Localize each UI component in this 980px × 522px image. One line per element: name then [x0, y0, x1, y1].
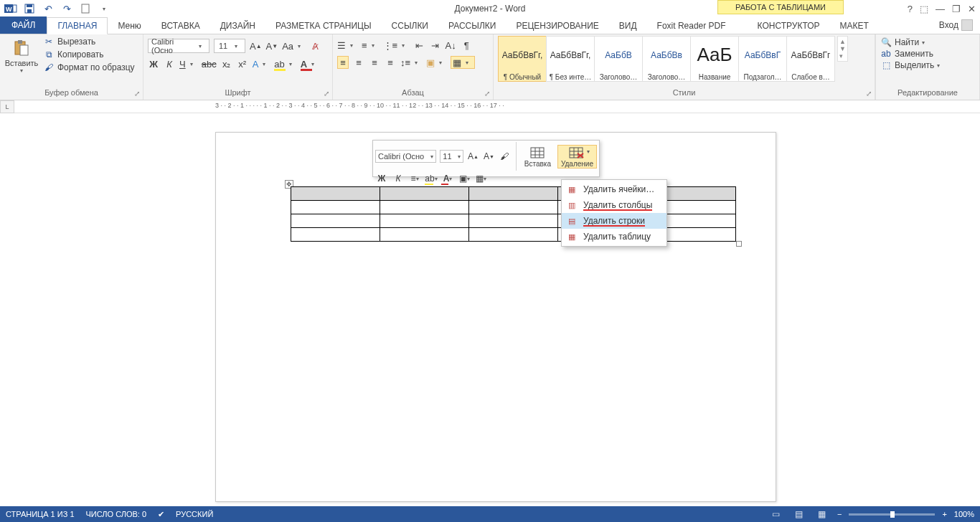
decrease-indent-icon[interactable]: ⇤	[413, 39, 425, 52]
font-size-combo[interactable]: 11▾	[214, 39, 245, 53]
style-item[interactable]: АаБбВвЗаголово…	[642, 36, 691, 82]
tab-references[interactable]: ССЫЛКИ	[382, 18, 438, 34]
zoom-in-icon[interactable]: +	[942, 510, 946, 518]
new-doc-icon[interactable]	[77, 1, 93, 16]
mini-format-painter-icon[interactable]: 🖌	[499, 150, 511, 163]
shading-icon[interactable]: ▣▾	[426, 56, 446, 69]
help-icon[interactable]: ?	[908, 4, 913, 14]
tab-foxit[interactable]: Foxit Reader PDF	[647, 18, 736, 34]
view-web-icon[interactable]: ▦	[814, 508, 830, 520]
sort-icon[interactable]: A↓	[445, 39, 456, 52]
tab-page-layout[interactable]: РАЗМЕТКА СТРАНИЦЫ	[265, 18, 382, 34]
login-button[interactable]: Вход	[935, 16, 977, 34]
view-print-icon[interactable]: ▤	[791, 508, 807, 520]
style-item[interactable]: АаБбВвГгСлабое в…	[786, 36, 835, 82]
bullets-icon[interactable]: ☰▾	[337, 39, 357, 52]
change-case-icon[interactable]: Aa▾	[282, 39, 305, 52]
mini-delete-button[interactable]: ▾ Удаление	[557, 145, 597, 169]
text-effects-icon[interactable]: A▾	[253, 57, 270, 70]
style-item[interactable]: АаБНазвание	[690, 36, 739, 82]
tab-mailings[interactable]: РАССЫЛКИ	[438, 18, 506, 34]
grow-font-icon[interactable]: A▲	[250, 39, 262, 52]
launcher-icon[interactable]: ⤢	[134, 90, 140, 98]
redo-icon[interactable]: ↷	[59, 1, 75, 16]
tab-file[interactable]: ФАЙЛ	[0, 16, 47, 34]
numbering-icon[interactable]: ≡▾	[362, 39, 379, 52]
minimize-icon[interactable]: —	[936, 4, 945, 14]
subscript-icon[interactable]: x₂	[221, 57, 232, 70]
align-center-icon[interactable]: ≡	[353, 56, 364, 69]
vertical-ruler[interactable]	[0, 113, 14, 506]
copy-button[interactable]: ⧉Копировать	[42, 49, 136, 60]
zoom-level[interactable]: 100%	[954, 510, 974, 518]
horizontal-ruler[interactable]: 3 · · 2 · · 1 · · · · · 1 · · 2 · · 3 · …	[14, 100, 980, 113]
gallery-up-icon[interactable]: ▲	[839, 38, 846, 45]
show-marks-icon[interactable]: ¶	[461, 39, 472, 52]
underline-icon[interactable]: Ч▾	[179, 57, 197, 70]
menu-delete-cells[interactable]: ▦ Удалить ячейки…	[562, 181, 666, 197]
style-item[interactable]: АаБбВвГг,¶ Обычный	[498, 36, 547, 82]
mini-highlight-icon[interactable]: ab▾	[425, 172, 438, 185]
select-button[interactable]: ⬚Выделить▾	[880, 60, 940, 70]
view-read-icon[interactable]: ▭	[768, 508, 784, 520]
launcher-icon[interactable]: ⤢	[866, 90, 872, 98]
multilevel-icon[interactable]: ⋮≡▾	[383, 39, 410, 52]
ribbon-display-icon[interactable]: ⬚	[920, 4, 928, 14]
menu-delete-columns[interactable]: ▥ Удалить столбцы	[562, 197, 666, 213]
style-item[interactable]: АаБбВвГг,¶ Без инте…	[546, 36, 595, 82]
increase-indent-icon[interactable]: ⇥	[429, 39, 440, 52]
mini-grow-font-icon[interactable]: A▲	[467, 150, 479, 163]
gallery-down-icon[interactable]: ▼	[839, 45, 846, 52]
table-row[interactable]	[291, 187, 736, 201]
tab-table-constructor[interactable]: КОНСТРУКТОР	[748, 18, 830, 34]
font-color-icon[interactable]: A▾	[301, 57, 319, 70]
close-icon[interactable]: ✕	[968, 4, 976, 14]
status-page[interactable]: СТРАНИЦА 1 ИЗ 1	[6, 510, 75, 518]
paste-button[interactable]: Вставить▾	[4, 36, 39, 74]
mini-bold-icon[interactable]: Ж	[375, 172, 388, 185]
mini-align-icon[interactable]: ≡▾	[408, 172, 421, 185]
italic-icon[interactable]: К	[164, 57, 175, 70]
mini-font-combo[interactable]: Calibri (Осно▾	[375, 150, 436, 163]
format-painter-button[interactable]: 🖌Формат по образцу	[42, 62, 136, 73]
find-button[interactable]: 🔍Найти ▾	[880, 37, 940, 47]
document-table[interactable]	[291, 186, 736, 242]
launcher-icon[interactable]: ⤢	[324, 90, 329, 98]
table-row[interactable]	[291, 228, 736, 242]
clear-format-icon[interactable]: A̷	[309, 39, 321, 52]
mini-shrink-font-icon[interactable]: A▼	[483, 150, 495, 163]
gallery-more-icon[interactable]: ▾	[839, 52, 846, 60]
undo-icon[interactable]: ↶	[40, 1, 56, 16]
tab-home[interactable]: ГЛАВНАЯ	[47, 17, 108, 34]
launcher-icon[interactable]: ⤢	[484, 90, 490, 98]
replace-button[interactable]: abЗаменить	[880, 49, 940, 59]
mini-font-color-icon[interactable]: A▾	[441, 172, 454, 185]
borders-icon[interactable]: ▦▾	[451, 56, 475, 69]
style-item[interactable]: АаБбВвГПодзагол…	[738, 36, 787, 82]
tab-view[interactable]: ВИД	[609, 18, 647, 34]
tab-review[interactable]: РЕЦЕНЗИРОВАНИЕ	[506, 18, 608, 34]
qat-dropdown-icon[interactable]: ▾	[96, 1, 112, 16]
table-row[interactable]	[291, 201, 736, 214]
save-icon[interactable]	[22, 1, 37, 16]
status-language[interactable]: РУССКИЙ	[176, 510, 213, 518]
mini-size-combo[interactable]: 11▾	[440, 150, 463, 163]
table-row[interactable]	[291, 214, 736, 228]
tab-insert[interactable]: ВСТАВКА	[151, 18, 210, 34]
bold-icon[interactable]: Ж	[148, 57, 159, 70]
restore-icon[interactable]: ❐	[952, 4, 961, 14]
ruler-corner[interactable]: L	[0, 100, 14, 113]
shrink-font-icon[interactable]: A▼	[266, 39, 278, 52]
align-right-icon[interactable]: ≡	[369, 56, 380, 69]
status-word-count[interactable]: ЧИСЛО СЛОВ: 0	[86, 510, 147, 518]
align-left-icon[interactable]: ≡	[337, 56, 349, 69]
cut-button[interactable]: ✂Вырезать	[42, 36, 136, 47]
zoom-slider[interactable]	[849, 513, 935, 516]
menu-delete-table[interactable]: ▦ Удалить таблицу	[562, 229, 666, 245]
tab-table-layout[interactable]: МАКЕТ	[830, 18, 879, 34]
mini-italic-icon[interactable]: К	[392, 172, 405, 185]
zoom-out-icon[interactable]: −	[837, 510, 842, 518]
strikethrough-icon[interactable]: abc	[202, 57, 217, 70]
menu-delete-rows[interactable]: ▤ Удалить строки	[562, 213, 666, 229]
style-item[interactable]: АаБбВЗаголово…	[594, 36, 643, 82]
